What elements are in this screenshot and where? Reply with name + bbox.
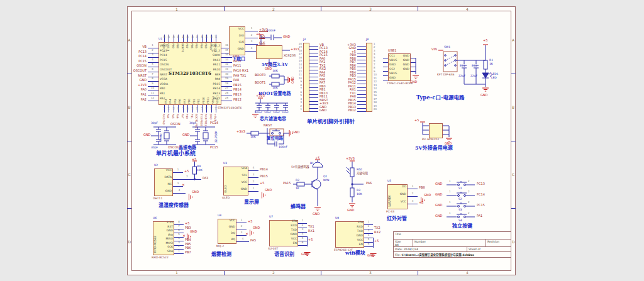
pwr-label: +5 [414, 119, 419, 123]
partsm-label: STM32F103C8T6 [218, 107, 242, 110]
wifi-pin-TXD: TXD [339, 230, 363, 233]
wifi-pin-EN: EN [339, 243, 363, 246]
wifi-pin-STA: STA [339, 221, 363, 224]
net-+5: +5 [185, 222, 189, 226]
ir-sensor-vertical-label: 红外对管 [389, 187, 392, 207]
wire [511, 208, 516, 209]
text-pn: 16 [374, 94, 379, 97]
val-label: 100nF [255, 112, 262, 114]
wire [309, 53, 318, 53]
rfid-part: RFID-RC522 [152, 256, 169, 260]
text-pn: 40 [200, 35, 203, 38]
text-pn: 5 [365, 238, 372, 241]
title-label: Title [395, 233, 401, 236]
oled-pin-SDA: SDA [227, 167, 247, 170]
net-label: PA15 [283, 182, 291, 185]
net-+5: +5 [374, 240, 379, 243]
net-label: PA1 [477, 214, 482, 218]
wire [511, 141, 516, 141]
wire [245, 44, 258, 45]
partsm-label: KFT DIP-6X6 [437, 74, 454, 77]
pn-label: 2 [468, 201, 470, 204]
text-pn: 45 [177, 35, 179, 38]
ir-sensor-pin-VCC: VCC [391, 201, 406, 204]
text-pn: 12 [148, 97, 157, 99]
pwr-label: +5 [483, 39, 487, 43]
text-pn: 5 [299, 237, 306, 240]
val-label: 22uF [470, 75, 477, 78]
pwr-label: GND [435, 182, 442, 186]
wire [309, 80, 318, 81]
wire [408, 204, 418, 204]
dht11-pin-VCC: VCC [158, 169, 172, 172]
section-caption: 红外对管 [387, 216, 407, 221]
of-label: of [477, 248, 480, 251]
val-label: 30pF [189, 146, 196, 150]
mq2-part: MQ-2 [216, 245, 224, 248]
net-PA4: PA4 [167, 114, 169, 118]
net-PA3: PA3 [203, 177, 208, 180]
pwr-label: GND [292, 131, 299, 135]
wire [127, 208, 131, 209]
pn-label: 1 [449, 190, 451, 193]
zone-row-label: B [128, 105, 131, 109]
pwr-label: +5 [192, 158, 196, 162]
crystal-8mhz-graphics [151, 127, 176, 145]
net-+5: +5 [419, 201, 423, 205]
stm32-mcu-pin-PC14: PC14 [160, 54, 189, 57]
net-+5: +5 [184, 170, 189, 174]
text-pn: 19 [297, 46, 302, 48]
voice-pin-TXD: TXD [273, 229, 297, 232]
pwr-label: GND [347, 209, 354, 212]
text-pn: 2 [374, 46, 379, 48]
text-ncx: × [245, 232, 248, 236]
net-PB14: PB14 [233, 88, 242, 92]
text-pn: 37 [214, 35, 216, 38]
stm32-mcu-pin-PA6: PA6 [179, 99, 181, 104]
net-PB0: PB0 [186, 114, 188, 119]
dht11-pin-DATA: DATA [158, 176, 172, 179]
stm32-mcu-pin-OSCIN: OSCIN [160, 63, 189, 67]
pwr-label: +3V3 [346, 157, 355, 161]
text-pn: 39 [204, 35, 207, 38]
stm32-mcu-pin-PA9: PA9 [191, 74, 220, 77]
text-pn: 46 [172, 35, 174, 38]
crystal-32k-graphics [190, 127, 215, 145]
text-pn: 17 [297, 53, 302, 55]
text-pn: 2 [148, 49, 157, 52]
des-label: S3 [458, 209, 462, 212]
val-label: LED [491, 77, 497, 80]
stm32-mcu-pin-PB14: PB14 [191, 87, 220, 91]
net-PA8: PA8 [233, 79, 239, 82]
wire [373, 238, 374, 248]
text-pn: 3 [246, 40, 257, 43]
net-RX1: RX1 [308, 229, 314, 233]
wire [221, 101, 232, 101]
text-pn: 1 [148, 44, 157, 47]
text-pn: 26 [222, 92, 231, 94]
stm32-mcu-pin-SWCLK: SWCLK [214, 43, 216, 52]
stm32-mcu-pin-PB4: PB4 [199, 43, 202, 48]
usb-typec-pin-CC2: CC2 [389, 68, 398, 71]
stm32-mcu-pin-PA12: PA12 [191, 59, 220, 62]
text-pn: 14 [167, 107, 170, 109]
wire [236, 241, 249, 242]
wire [357, 104, 366, 105]
net-TX1: TX1 [308, 225, 314, 229]
usb-typec-pin-GND: GND [401, 63, 409, 67]
file-path: C:\Users\..\实验室信息化管理系统设计与实现.SchDoc [401, 253, 474, 256]
val-label: 8MHz [160, 134, 163, 142]
header-j3-body [303, 43, 309, 112]
text-pn: 19 [191, 107, 193, 109]
net-+5: +5 [248, 220, 252, 224]
mq2-pin-VCC: VCC [221, 219, 235, 223]
text-pn: 3 [365, 229, 372, 232]
text-pn: 2 [365, 225, 372, 228]
backup-header-body [429, 123, 443, 138]
usb-typec-pin-GND: GND [401, 55, 409, 58]
net-PA10 RX1: PA10 RX1 [233, 69, 248, 73]
wire [357, 111, 366, 112]
net-label: PC14 [477, 193, 485, 197]
stm32-mcu-pin-PB1: PB1 [193, 99, 196, 104]
ir-sensor-pin-GND: GND [391, 193, 406, 196]
